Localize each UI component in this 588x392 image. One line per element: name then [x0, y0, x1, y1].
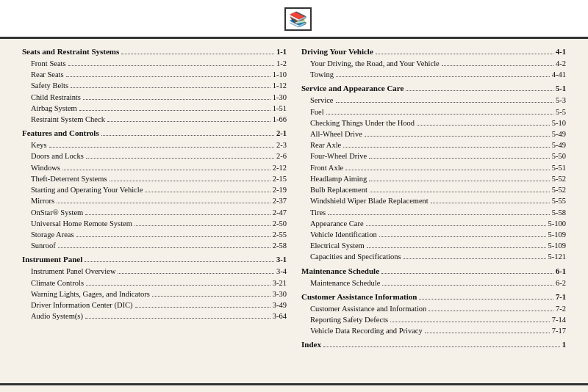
toc-item-label: Your Driving, the Road, and Your Vehicle — [301, 58, 440, 69]
toc-item: Rear Axle5-49 — [301, 139, 566, 150]
toc-item-page: 5-52 — [552, 173, 566, 184]
toc-item: Restraint System Check1-66 — [22, 114, 287, 125]
toc-item-label: Doors and Locks — [22, 150, 84, 161]
dot-leader — [58, 247, 270, 248]
left-column: Seats and Restraint Systems1-1Front Seat… — [22, 46, 287, 380]
dot-leader — [417, 125, 550, 126]
toc-item-label: Reporting Safety Defects — [301, 314, 388, 325]
toc-item: Customer Assistance and Information7-2 — [301, 303, 566, 314]
section-page-number: 1-1 — [276, 46, 287, 57]
dot-leader — [379, 236, 546, 237]
toc-item: Four-Wheel Drive5-50 — [301, 150, 566, 161]
toc-item-label: Headlamp Aiming — [301, 173, 367, 184]
toc-item: Reporting Safety Defects7-14 — [301, 314, 566, 325]
dot-leader — [85, 261, 274, 262]
dot-leader — [121, 54, 274, 54]
toc-item: Maintenance Schedule6-2 — [301, 277, 566, 288]
dot-leader — [323, 346, 560, 347]
toc-item: Mirrors2-37 — [22, 195, 287, 206]
toc-item-label: Front Seats — [22, 58, 66, 69]
toc-item-page: 2-55 — [273, 229, 287, 240]
toc-item: Service5-3 — [301, 95, 566, 106]
toc-item-label: Driver Information Center (DIC) — [22, 300, 133, 311]
toc-item-label: Keys — [22, 139, 47, 150]
toc-item: Driver Information Center (DIC)3-49 — [22, 300, 287, 311]
toc-item-page: 7-14 — [552, 314, 566, 325]
toc-item: Instrument Panel Overview3-4 — [22, 266, 287, 277]
toc-item-label: Rear Axle — [301, 139, 341, 150]
toc-item-page: 2-12 — [273, 162, 287, 173]
toc-item-page: 5-55 — [552, 195, 566, 206]
toc-item-page: 2-15 — [273, 173, 287, 184]
toc-item-page: 1-12 — [273, 80, 287, 91]
book-icon: 📚 — [284, 7, 312, 31]
toc-item-page: 2-58 — [273, 240, 287, 251]
dot-leader — [135, 225, 270, 226]
toc-item: Your Driving, the Road, and Your Vehicle… — [301, 58, 566, 69]
toc-item-label: Customer Assistance and Information — [301, 303, 426, 314]
section-title-row: Driving Your Vehicle4-1 — [301, 46, 566, 58]
toc-item: Child Restraints1-30 — [22, 92, 287, 103]
section-page-number: 7-1 — [556, 291, 566, 302]
dot-leader — [49, 147, 274, 148]
toc-item-label: Windows — [22, 162, 60, 173]
toc-item: Towing4-41 — [301, 69, 566, 80]
dot-leader — [343, 147, 549, 148]
toc-section: Maintenance Schedule6-1Maintenance Sched… — [301, 266, 566, 288]
toc-item-label: Fuel — [301, 106, 324, 117]
toc-item-page: 5-50 — [552, 150, 566, 161]
dot-leader — [369, 158, 550, 159]
toc-item-label: Windshield Wiper Blade Replacement — [301, 195, 429, 206]
toc-item-page: 2-47 — [273, 207, 287, 218]
toc-item-page: 6-2 — [556, 277, 566, 288]
dot-leader — [336, 102, 554, 103]
toc-item-label: Tires — [301, 207, 326, 218]
right-column: Driving Your Vehicle4-1Your Driving, the… — [301, 46, 566, 380]
toc-item-page: 5-49 — [552, 139, 566, 150]
toc-item: Bulb Replacement5-52 — [301, 184, 566, 195]
toc-item: Keys2-3 — [22, 139, 287, 150]
toc-item: Tires5-58 — [301, 207, 566, 218]
toc-item-page: 2-50 — [273, 218, 287, 229]
dot-leader — [110, 181, 270, 181]
toc-item-label: Starting and Operating Your Vehicle — [22, 184, 143, 195]
toc-item: Safety Belts1-12 — [22, 80, 287, 91]
toc-item-label: Airbag System — [22, 103, 77, 114]
toc-item: Windows2-12 — [22, 162, 287, 173]
toc-item: Starting and Operating Your Vehicle2-19 — [22, 184, 287, 195]
dot-leader — [57, 203, 270, 203]
toc-item-label: Child Restraints — [22, 92, 81, 103]
section-page-number: 3-1 — [276, 254, 287, 265]
toc-item-page: 3-49 — [273, 300, 287, 311]
page: 📚 Seats and Restraint Systems1-1Front Se… — [0, 0, 588, 392]
toc-item-page: 5-10 — [552, 117, 566, 128]
section-title-row: Seats and Restraint Systems1-1 — [22, 46, 287, 58]
toc-item-label: Capacities and Specifications — [301, 251, 401, 262]
toc-item-page: 5-100 — [548, 218, 567, 229]
toc-item: Front Seats1-2 — [22, 58, 287, 69]
dot-leader — [71, 87, 270, 88]
dot-leader — [86, 158, 274, 159]
section-title-row: Features and Controls2-1 — [22, 128, 287, 139]
toc-item-page: 2-19 — [273, 184, 287, 195]
dot-leader — [345, 170, 550, 170]
toc-section: Seats and Restraint Systems1-1Front Seat… — [22, 46, 287, 125]
toc-item: Headlamp Aiming5-52 — [301, 173, 566, 184]
toc-item: Fuel5-5 — [301, 106, 566, 117]
toc-section: Instrument Panel3-1Instrument Panel Over… — [22, 254, 287, 322]
toc-item-page: 1-66 — [273, 114, 287, 125]
dot-leader — [86, 285, 270, 286]
toc-item-page: 5-121 — [548, 251, 567, 262]
dot-leader — [442, 65, 553, 66]
toc-section: Index1 — [301, 339, 566, 351]
toc-item: Universal Home Remote System2-50 — [22, 218, 287, 229]
toc-item-page: 4-41 — [552, 69, 566, 80]
dot-leader — [107, 121, 270, 122]
dot-leader — [118, 273, 274, 274]
dot-leader — [365, 136, 550, 137]
toc-item-label: Rear Seats — [22, 69, 64, 80]
toc-item-page: 5-52 — [552, 184, 566, 195]
toc-item-page: 5-49 — [552, 128, 566, 139]
toc-item: Vehicle Data Recording and Privacy7-17 — [301, 325, 566, 336]
toc-item-label: Mirrors — [22, 195, 54, 206]
